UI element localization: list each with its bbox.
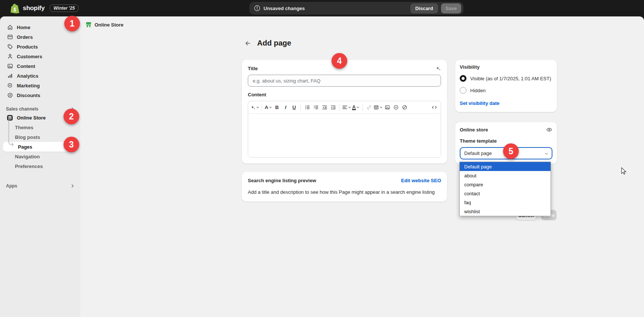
ai-generate-button[interactable]	[250, 103, 259, 112]
person-icon	[7, 53, 13, 59]
version-badge: Winter '25	[50, 4, 78, 12]
topbar: shopify Winter '25 Unsaved changes Disca…	[0, 0, 644, 16]
indent-button[interactable]	[329, 103, 337, 112]
apps-header[interactable]: Apps	[0, 182, 80, 190]
discard-button[interactable]: Discard	[410, 3, 438, 13]
sidebar-item-customers[interactable]: Customers	[3, 52, 77, 61]
media-icon	[7, 63, 13, 69]
back-arrow-icon[interactable]	[244, 39, 252, 47]
chevron-right-icon	[71, 184, 74, 188]
code-view-button[interactable]	[430, 103, 438, 112]
sidebar-item-products[interactable]: Products	[3, 42, 77, 52]
home-icon	[7, 24, 13, 30]
edit-website-seo-link[interactable]: Edit website SEO	[401, 178, 441, 183]
sidebar-item-content[interactable]: Content	[3, 61, 77, 71]
radio-unselected-icon[interactable]	[460, 87, 466, 94]
visible-option-label: Visible (as of 1/7/2025, 1:01 AM EST)	[470, 76, 551, 81]
alert-icon	[254, 5, 261, 12]
select-value: Default page	[464, 150, 492, 156]
annotation-badge-3: 3	[64, 137, 79, 152]
dropdown-option-compare[interactable]: compare	[460, 180, 551, 189]
dropdown-option-default-page[interactable]: Default page	[460, 162, 551, 171]
eye-icon[interactable]	[546, 127, 552, 133]
bar-chart-icon	[7, 73, 13, 79]
numbered-list-button[interactable]: 12	[312, 103, 320, 112]
sidebar-item-navigation[interactable]: Navigation	[3, 152, 77, 161]
breadcrumb[interactable]: Online Store	[85, 20, 123, 29]
sidebar-item-discounts[interactable]: Discounts	[3, 90, 77, 100]
set-visibility-date-link[interactable]: Set visibility date	[460, 100, 499, 106]
svg-text:2: 2	[314, 106, 315, 109]
visibility-card: Visibility Visible (as of 1/7/2025, 1:01…	[455, 60, 557, 112]
annotation-badge-4: 4	[332, 53, 347, 69]
unsaved-changes-bar: Unsaved changes Discard Save	[249, 2, 463, 15]
dropdown-option-about[interactable]: about	[460, 171, 551, 180]
dropdown-option-faq[interactable]: faq	[460, 198, 551, 207]
orders-icon	[7, 34, 13, 40]
sidebar-item-orders[interactable]: Orders	[3, 32, 77, 42]
page-details-card: Title Content A B	[242, 60, 447, 164]
visibility-heading: Visibility	[460, 64, 552, 70]
chevron-down-icon	[545, 152, 548, 156]
save-button-topbar[interactable]: Save	[441, 3, 461, 13]
editor-toolbar: A B I U 12	[248, 101, 441, 114]
brand-wordmark: shopify	[23, 4, 44, 12]
sidebar-item-analytics[interactable]: Analytics	[3, 71, 77, 81]
discount-icon	[7, 92, 13, 98]
sidebar: Home Orders Products Customers Content A…	[0, 16, 80, 317]
clear-formatting-button[interactable]	[400, 103, 409, 112]
dropdown-option-contact[interactable]: contact	[460, 189, 551, 198]
text-color-button[interactable]: A	[352, 103, 360, 112]
mouse-cursor	[621, 167, 626, 175]
unsaved-changes-label: Unsaved changes	[264, 6, 305, 11]
video-button[interactable]	[392, 103, 400, 112]
store-favicon	[85, 21, 92, 28]
theme-template-label: Theme template	[460, 138, 552, 145]
italic-button[interactable]: I	[281, 103, 290, 112]
radio-selected-icon[interactable]	[460, 75, 466, 82]
annotation-badge-2: 2	[64, 109, 79, 124]
seo-card-description: Add a title and description to see how t…	[248, 189, 441, 195]
shopify-admin-add-page: { "topbar": { "brand": "shopify", "badge…	[0, 0, 644, 317]
shopify-logo[interactable]: shopify Winter '25	[10, 0, 78, 16]
rich-text-editor: A B I U 12	[248, 101, 441, 158]
outdent-button[interactable]	[320, 103, 329, 112]
image-button[interactable]	[383, 103, 391, 112]
text-style-button[interactable]: A	[264, 103, 272, 112]
dropdown-option-wishlist[interactable]: wishlist	[460, 207, 551, 216]
online-store-icon	[7, 115, 13, 121]
bullet-list-button[interactable]	[303, 103, 311, 112]
sidebar-item-preferences[interactable]: Preferences	[3, 161, 77, 171]
visibility-option-hidden[interactable]: Hidden	[460, 87, 552, 94]
annotation-badge-1: 1	[64, 16, 80, 31]
underline-button[interactable]: U	[290, 103, 298, 112]
annotation-badge-5: 5	[503, 143, 519, 159]
bold-button[interactable]: B	[273, 103, 281, 112]
content-textarea[interactable]	[248, 114, 441, 157]
title-field-label: Title	[248, 66, 258, 72]
visibility-option-visible[interactable]: Visible (as of 1/7/2025, 1:01 AM EST)	[460, 75, 552, 82]
alignment-button[interactable]	[342, 103, 351, 112]
table-button[interactable]	[373, 103, 383, 112]
main-content: Online Store Add page Title Content	[80, 16, 644, 317]
title-input[interactable]	[248, 75, 441, 87]
online-store-heading: Online store	[460, 127, 488, 133]
tag-icon	[7, 44, 13, 50]
target-cursor-icon	[7, 83, 13, 88]
shopify-bag-icon	[10, 3, 20, 13]
content-field-label: Content	[248, 92, 441, 99]
sidebar-item-marketing[interactable]: Marketing	[3, 81, 77, 90]
seo-card-heading: Search engine listing preview	[248, 178, 316, 183]
hidden-option-label: Hidden	[470, 88, 486, 93]
ai-sparkle-icon[interactable]	[435, 66, 441, 71]
sidebar-item-themes[interactable]: Themes	[3, 122, 77, 132]
link-button[interactable]	[365, 103, 373, 112]
app-frame: Home Orders Products Customers Content A…	[0, 16, 644, 317]
page-title: Add page	[257, 39, 291, 47]
theme-template-dropdown: Default page about compare contact faq w…	[459, 162, 551, 216]
breadcrumb-label: Online Store	[95, 22, 123, 28]
seo-preview-card: Search engine listing preview Edit websi…	[242, 172, 447, 202]
